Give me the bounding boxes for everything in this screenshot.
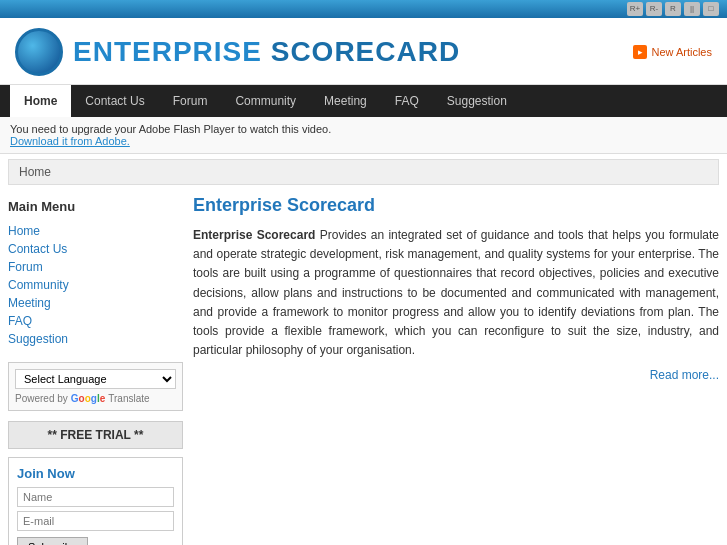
flash-notice: You need to upgrade your Adobe Flash Pla…: [0, 117, 727, 154]
content-intro-bold: Enterprise Scorecard: [193, 228, 315, 242]
free-trial-label: ** FREE TRIAL **: [48, 428, 144, 442]
header: ENTERPRISE SCORECARD ▸ New Articles: [0, 18, 727, 85]
rss-icon: ▸: [633, 45, 647, 59]
sidebar-title: Main Menu: [8, 199, 183, 214]
email-input[interactable]: [17, 511, 174, 531]
breadcrumb-label: Home: [19, 165, 51, 179]
powered-by: Powered by Google Translate: [15, 393, 176, 404]
sidebar-link-community[interactable]: Community: [8, 276, 183, 294]
language-select[interactable]: Select Language: [15, 369, 176, 389]
g-blue: G: [71, 393, 79, 404]
subscribe-button[interactable]: Subscribe: [17, 537, 88, 545]
nav-item-contact[interactable]: Contact Us: [71, 85, 158, 117]
join-now-title: Join Now: [17, 466, 174, 481]
g-red2: e: [100, 393, 106, 404]
main-layout: Main Menu Home Contact Us Forum Communit…: [0, 190, 727, 545]
content-area: Enterprise Scorecard Enterprise Scorecar…: [193, 195, 719, 545]
sidebar-link-contact[interactable]: Contact Us: [8, 240, 183, 258]
top-bar: R+ R- R || □: [0, 0, 727, 18]
language-selector-box: Select Language Powered by Google Transl…: [8, 362, 183, 411]
join-now-box: Join Now Subscribe: [8, 457, 183, 545]
sidebar-link-meeting[interactable]: Meeting: [8, 294, 183, 312]
read-more-link[interactable]: Read more...: [193, 368, 719, 382]
breadcrumb: Home: [8, 159, 719, 185]
stop-icon[interactable]: □: [703, 2, 719, 16]
new-articles-label: New Articles: [651, 46, 712, 58]
content-title: Enterprise Scorecard: [193, 195, 719, 216]
nav-item-forum[interactable]: Forum: [159, 85, 222, 117]
sidebar-link-home[interactable]: Home: [8, 222, 183, 240]
increase-icon[interactable]: R+: [627, 2, 643, 16]
sidebar-link-forum[interactable]: Forum: [8, 258, 183, 276]
new-articles-link[interactable]: ▸ New Articles: [633, 45, 712, 59]
logo-plain: ENTERPRISE: [73, 36, 271, 67]
free-trial-box[interactable]: ** FREE TRIAL **: [8, 421, 183, 449]
nav-item-faq[interactable]: FAQ: [381, 85, 433, 117]
sidebar: Main Menu Home Contact Us Forum Communit…: [8, 195, 183, 545]
content-body-text: Provides an integrated set of guidance a…: [193, 228, 719, 357]
logo-area: ENTERPRISE SCORECARD: [15, 28, 460, 76]
powered-by-text: Powered by: [15, 393, 68, 404]
navigation: Home Contact Us Forum Community Meeting …: [0, 85, 727, 117]
google-text: Google: [71, 393, 105, 404]
flash-text: You need to upgrade your Adobe Flash Pla…: [10, 123, 331, 135]
logo-accent: SCORECARD: [271, 36, 460, 67]
flash-link[interactable]: Download it from Adobe.: [10, 135, 130, 147]
content-body: Enterprise Scorecard Provides an integra…: [193, 226, 719, 360]
sidebar-link-faq[interactable]: FAQ: [8, 312, 183, 330]
translate-text: Translate: [108, 393, 149, 404]
reset-icon[interactable]: R: [665, 2, 681, 16]
nav-item-home[interactable]: Home: [10, 85, 71, 117]
decrease-icon[interactable]: R-: [646, 2, 662, 16]
name-input[interactable]: [17, 487, 174, 507]
logo-icon: [15, 28, 63, 76]
sidebar-link-suggestion[interactable]: Suggestion: [8, 330, 183, 348]
nav-item-suggestion[interactable]: Suggestion: [433, 85, 521, 117]
nav-item-community[interactable]: Community: [221, 85, 310, 117]
top-bar-icons: R+ R- R || □: [627, 2, 719, 16]
pause-icon[interactable]: ||: [684, 2, 700, 16]
nav-item-meeting[interactable]: Meeting: [310, 85, 381, 117]
logo-text: ENTERPRISE SCORECARD: [73, 36, 460, 68]
